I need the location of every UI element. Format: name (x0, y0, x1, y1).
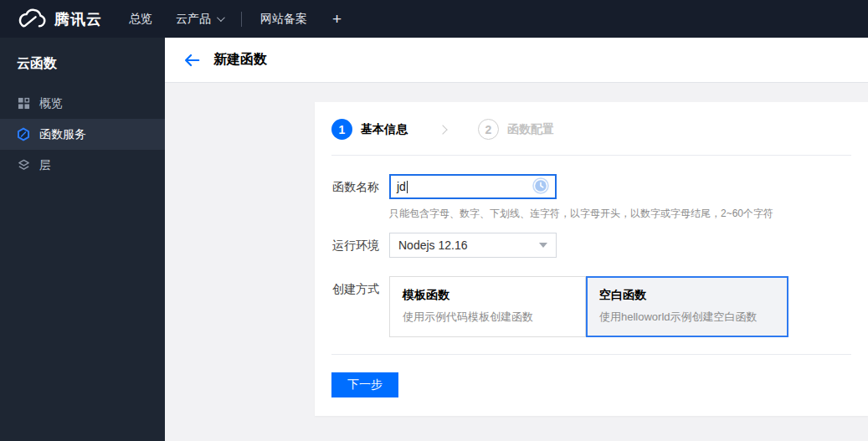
template-card-desc: 使用示例代码模板创建函数 (403, 310, 585, 325)
runtime-select[interactable]: Nodejs 12.16 (389, 233, 557, 258)
top-navigation: 总览 云产品 网站备案 + (117, 0, 355, 38)
step-1-circle: 1 (331, 119, 352, 140)
blank-card-desc: 使用helloworld示例创建空白函数 (599, 310, 787, 325)
runtime-label: 运行环境 (332, 233, 379, 258)
back-button[interactable] (182, 51, 201, 69)
function-name-value: jd (397, 180, 406, 193)
nav-website-icp[interactable]: 网站备案 (249, 0, 319, 38)
sidebar-item-overview[interactable]: 概览 (0, 88, 165, 119)
step-indicator: 1 基本信息 2 函数配置 (315, 102, 868, 155)
nav-cloud-products-label: 云产品 (176, 12, 211, 27)
overview-grid-icon (17, 97, 30, 110)
nav-divider (241, 12, 242, 27)
template-card-title: 模板函数 (403, 288, 585, 303)
sidebar-item-layers[interactable]: 层 (0, 150, 165, 181)
add-tab-button[interactable]: + (319, 0, 355, 38)
nav-website-icp-label: 网站备案 (260, 12, 307, 27)
topbar: 腾讯云 总览 云产品 网站备案 + (0, 0, 868, 38)
validating-clock-icon (532, 177, 549, 197)
page-title: 新建函数 (213, 51, 267, 69)
layers-icon (17, 159, 30, 172)
sidebar-item-label: 层 (39, 158, 51, 173)
create-function-card: 1 基本信息 2 函数配置 函数名称 jd (315, 102, 868, 416)
chevron-down-icon (217, 13, 225, 22)
sidebar-item-label: 函数服务 (39, 127, 86, 142)
create-method-label: 创建方式 (332, 276, 379, 337)
sidebar-title: 云函数 (0, 38, 165, 88)
function-name-input[interactable]: jd (389, 174, 557, 199)
step-1-label: 基本信息 (361, 122, 408, 137)
page-header: 新建函数 (165, 38, 868, 83)
sidebar: 云函数 概览 函数服务 层 (0, 38, 165, 441)
create-method-blank-card[interactable]: 空白函数 使用helloworld示例创建空白函数 (586, 276, 788, 337)
chevron-right-icon (438, 125, 447, 134)
content-area: 1 基本信息 2 函数配置 函数名称 jd (165, 84, 868, 441)
function-name-label: 函数名称 (332, 174, 379, 221)
create-method-row: 创建方式 模板函数 使用示例代码模板创建函数 空白函数 使用helloworld… (332, 276, 868, 337)
create-method-template-card[interactable]: 模板函数 使用示例代码模板创建函数 (389, 276, 586, 337)
footer-actions: 下一步 (315, 355, 868, 397)
function-name-field: jd 只能包含字母、数字、下划线、连字符，以字母开头，以数字或字母结尾，2~60… (389, 174, 773, 221)
runtime-row: 运行环境 Nodejs 12.16 (332, 233, 868, 258)
brand-name: 腾讯云 (54, 9, 102, 29)
function-name-help: 只能包含字母、数字、下划线、连字符，以字母开头，以数字或字母结尾，2~60个字符 (389, 207, 773, 221)
basic-info-form: 函数名称 jd 只能包含字母 (315, 156, 868, 337)
plus-icon: + (332, 10, 342, 28)
sidebar-item-scf-services[interactable]: 函数服务 (0, 119, 165, 150)
back-arrow-icon (182, 51, 201, 69)
create-method-options: 模板函数 使用示例代码模板创建函数 空白函数 使用helloworld示例创建空… (389, 276, 788, 337)
scf-hexagon-icon (17, 128, 30, 141)
step-2-circle: 2 (478, 119, 499, 140)
function-name-row: 函数名称 jd 只能包含字母 (332, 174, 868, 221)
dropdown-caret-icon (539, 243, 547, 248)
runtime-select-value: Nodejs 12.16 (398, 238, 539, 252)
step-2-label: 函数配置 (507, 122, 554, 137)
nav-overview-label: 总览 (129, 12, 152, 27)
cloud-logo-icon (17, 8, 47, 30)
text-caret (407, 181, 408, 193)
tencent-cloud-logo[interactable]: 腾讯云 (0, 8, 102, 30)
sidebar-item-label: 概览 (39, 96, 63, 111)
nav-overview[interactable]: 总览 (117, 0, 164, 38)
blank-card-title: 空白函数 (599, 288, 787, 303)
next-step-button[interactable]: 下一步 (331, 372, 398, 397)
nav-cloud-products[interactable]: 云产品 (164, 0, 234, 38)
